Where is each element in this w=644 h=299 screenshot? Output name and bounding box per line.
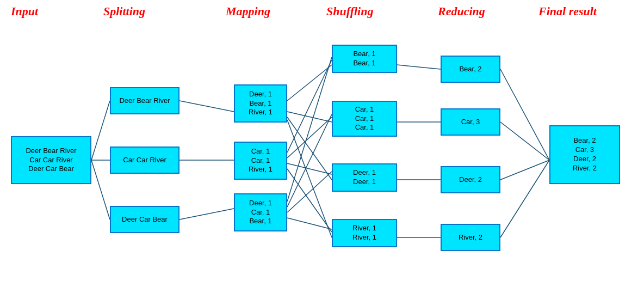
- shuffle-node-3: Deer, 1 Deer, 1: [332, 163, 397, 192]
- svg-line-17: [287, 218, 332, 229]
- shuffle-node-1: Bear, 1 Bear, 1: [332, 45, 397, 73]
- label-shuffling: Shuffling: [326, 4, 373, 19]
- map-node-2: Car, 1 Car, 1 River, 1: [234, 142, 287, 180]
- label-splitting: Splitting: [103, 4, 145, 19]
- svg-line-2: [91, 160, 110, 219]
- final-node: Bear, 2 Car, 3 Deer, 2 River, 2: [549, 125, 620, 184]
- svg-line-8: [287, 117, 332, 180]
- svg-line-18: [397, 65, 441, 69]
- reduce-node-4: River, 2: [441, 224, 500, 251]
- split-node-3: Deer Car Bear: [110, 206, 179, 233]
- map-node-3: Deer, 1 Car, 1 Bear, 1: [234, 193, 287, 231]
- label-input: Input: [11, 4, 38, 19]
- diagram: Input Splitting Mapping Shuffling Reduci…: [0, 0, 644, 299]
- shuffle-node-4: River, 1 River, 1: [332, 219, 397, 247]
- label-final-result: Final result: [538, 4, 597, 19]
- svg-line-23: [500, 122, 549, 160]
- shuffle-node-2: Car, 1 Car, 1 Car, 1: [332, 101, 397, 137]
- svg-line-15: [287, 114, 332, 207]
- svg-line-5: [179, 209, 234, 219]
- reduce-node-1: Bear, 2: [441, 56, 500, 83]
- svg-line-11: [287, 117, 332, 158]
- label-reducing: Reducing: [438, 4, 485, 19]
- svg-line-10: [287, 60, 332, 152]
- input-node: Deer Bear River Car Car River Deer Car B…: [11, 136, 91, 184]
- svg-line-9: [287, 120, 332, 237]
- svg-line-16: [287, 172, 332, 212]
- svg-line-12: [287, 163, 332, 174]
- svg-line-3: [179, 101, 234, 112]
- split-node-2: Car Car River: [110, 147, 179, 174]
- reduce-node-2: Car, 3: [441, 108, 500, 136]
- svg-line-24: [500, 160, 549, 180]
- svg-line-7: [287, 112, 332, 122]
- svg-line-6: [287, 65, 332, 101]
- map-node-1: Deer, 1 Bear, 1 River, 1: [234, 84, 287, 123]
- label-mapping: Mapping: [226, 4, 270, 19]
- reduce-node-3: Deer, 2: [441, 166, 500, 193]
- svg-line-0: [91, 101, 110, 160]
- svg-line-22: [500, 69, 549, 160]
- svg-line-14: [287, 57, 332, 202]
- svg-line-25: [500, 160, 549, 237]
- svg-line-13: [287, 169, 332, 232]
- split-node-1: Deer Bear River: [110, 87, 179, 114]
- connection-lines: [0, 0, 644, 299]
